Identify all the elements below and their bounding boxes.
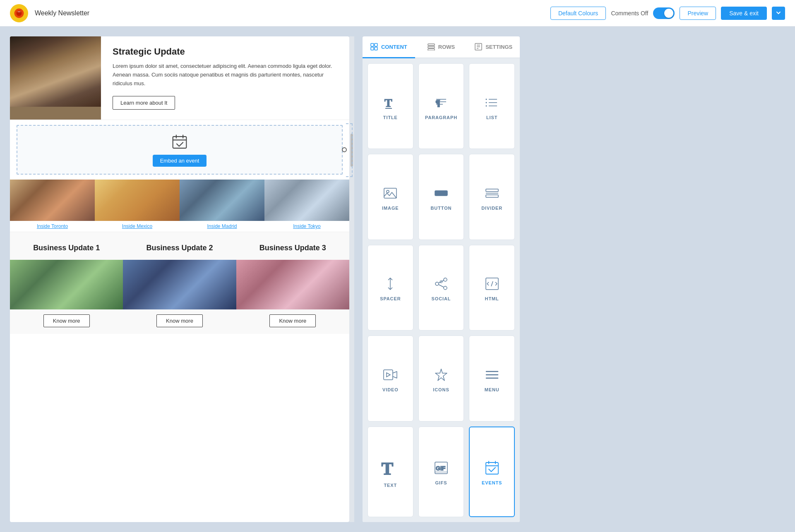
svg-rect-13 xyxy=(428,49,435,50)
content-item-image[interactable]: IMAGE xyxy=(367,154,413,240)
content-item-list[interactable]: LIST xyxy=(469,63,515,149)
know-more-button-2[interactable]: Know more xyxy=(156,314,203,327)
learn-more-button[interactable]: Learn more about It xyxy=(113,96,175,110)
tokyo-link[interactable]: Inside Tokyo xyxy=(293,221,321,232)
comments-toggle[interactable] xyxy=(653,7,675,19)
image-icon xyxy=(383,186,398,201)
svg-line-44 xyxy=(491,281,493,286)
locations-grid: Inside Toronto Inside Mexico Inside Madr… xyxy=(10,180,349,232)
business-titles-row: Business Update 1 Business Update 2 Busi… xyxy=(10,239,349,260)
tab-settings-label: SETTINGS xyxy=(485,44,512,50)
strategic-title: Strategic Update xyxy=(113,46,338,57)
business-images-row xyxy=(10,260,349,309)
save-exit-button[interactable]: Save & exit xyxy=(721,7,767,20)
business-section: Business Update 1 Business Update 2 Busi… xyxy=(10,232,349,334)
preview-button[interactable]: Preview xyxy=(680,7,716,20)
business-col-1: Business Update 1 xyxy=(10,239,123,260)
svg-line-40 xyxy=(439,280,444,283)
tab-content[interactable]: CONTENT xyxy=(363,36,415,58)
know-more-button-1[interactable]: Know more xyxy=(43,314,90,327)
content-tab-icon xyxy=(370,43,378,50)
spacer-icon xyxy=(383,276,398,291)
content-item-text[interactable]: T TEXT xyxy=(367,427,413,517)
scroll-thumb[interactable] xyxy=(351,134,353,167)
gifs-icon: GIF xyxy=(434,460,449,475)
tokyo-photo xyxy=(264,180,349,221)
list-label: LIST xyxy=(486,115,497,120)
content-item-video[interactable]: VIDEO xyxy=(367,335,413,421)
svg-marker-47 xyxy=(435,369,447,381)
content-item-events[interactable]: EVENTS xyxy=(469,427,515,517)
topbar: Weekly Newsletter Default Colours Commen… xyxy=(0,0,795,26)
embed-section-wrapper: Embed an event xyxy=(10,120,349,180)
svg-rect-12 xyxy=(428,46,435,48)
svg-rect-10 xyxy=(375,47,377,50)
svg-point-37 xyxy=(444,278,447,281)
svg-marker-46 xyxy=(387,373,390,377)
image-label: IMAGE xyxy=(382,206,399,211)
madrid-link[interactable]: Inside Madrid xyxy=(207,221,237,232)
video-label: VIDEO xyxy=(382,387,399,392)
svg-rect-7 xyxy=(371,43,374,46)
strategic-image xyxy=(10,36,101,120)
menu-icon xyxy=(485,367,500,382)
svg-point-38 xyxy=(435,282,439,285)
text-icon: T xyxy=(380,458,400,478)
know-more-cell-3: Know more xyxy=(236,314,349,327)
content-item-social[interactable]: SOCIAL xyxy=(418,245,464,331)
social-label: SOCIAL xyxy=(432,296,451,301)
rows-tab-icon xyxy=(428,43,435,50)
embed-event-button[interactable]: Embed an event xyxy=(153,155,207,167)
resize-handle[interactable] xyxy=(342,147,347,152)
business-title-2: Business Update 2 xyxy=(130,244,229,252)
mexico-link[interactable]: Inside Mexico xyxy=(122,221,152,232)
page-title: Weekly Newsletter xyxy=(35,10,544,17)
html-label: HTML xyxy=(485,296,499,301)
business-image-1 xyxy=(10,260,123,309)
calendar-icon xyxy=(171,133,188,151)
svg-rect-30 xyxy=(384,188,396,198)
save-exit-dropdown[interactable] xyxy=(772,7,785,20)
tab-rows[interactable]: ROWS xyxy=(415,36,468,58)
content-item-divider[interactable]: DIVIDER xyxy=(469,154,515,240)
toronto-link[interactable]: Inside Toronto xyxy=(37,221,68,232)
tab-rows-label: ROWS xyxy=(438,44,455,50)
content-item-menu[interactable]: MENU xyxy=(469,335,515,421)
tab-settings[interactable]: SETTINGS xyxy=(467,36,520,58)
know-more-button-3[interactable]: Know more xyxy=(269,314,316,327)
app-logo xyxy=(10,4,28,22)
content-item-paragraph[interactable]: ¶ PARAGRAPH xyxy=(418,63,464,149)
svg-text:T: T xyxy=(384,96,392,109)
know-more-row: Know more Know more Know more xyxy=(10,309,349,334)
main-layout: Strategic Update Lorem ipsum dolor sit a… xyxy=(0,26,795,532)
business-image-2 xyxy=(123,260,236,309)
divider-label: DIVIDER xyxy=(481,206,502,211)
canvas-area: Strategic Update Lorem ipsum dolor sit a… xyxy=(10,36,349,522)
content-item-icons[interactable]: ICONS xyxy=(418,335,464,421)
content-item-gifs[interactable]: GIF GIFS xyxy=(418,427,464,517)
default-colours-button[interactable]: Default Colours xyxy=(550,7,606,20)
location-mexico: Inside Mexico xyxy=(95,180,180,232)
content-item-title[interactable]: T TITLE xyxy=(367,63,413,149)
text-label: TEXT xyxy=(384,483,397,488)
mexico-photo xyxy=(95,180,180,221)
video-icon xyxy=(383,367,398,382)
madrid-photo xyxy=(180,180,264,221)
icons-icon xyxy=(434,367,449,382)
svg-point-31 xyxy=(387,190,389,193)
location-madrid: Inside Madrid xyxy=(180,180,264,232)
content-item-html[interactable]: HTML xyxy=(469,245,515,331)
content-item-spacer[interactable]: SPACER xyxy=(367,245,413,331)
svg-text:T: T xyxy=(382,459,393,478)
toronto-photo xyxy=(10,180,95,221)
business-title-3: Business Update 3 xyxy=(243,244,343,252)
know-more-cell-1: Know more xyxy=(10,314,123,327)
business-col-2: Business Update 2 xyxy=(123,239,236,260)
divider-icon xyxy=(485,186,500,201)
scrollbar[interactable] xyxy=(349,36,354,522)
svg-rect-45 xyxy=(384,370,393,380)
events-icon xyxy=(485,460,500,475)
content-item-button[interactable]: BUTTON xyxy=(418,154,464,240)
svg-rect-34 xyxy=(486,195,498,197)
svg-rect-3 xyxy=(173,137,187,148)
